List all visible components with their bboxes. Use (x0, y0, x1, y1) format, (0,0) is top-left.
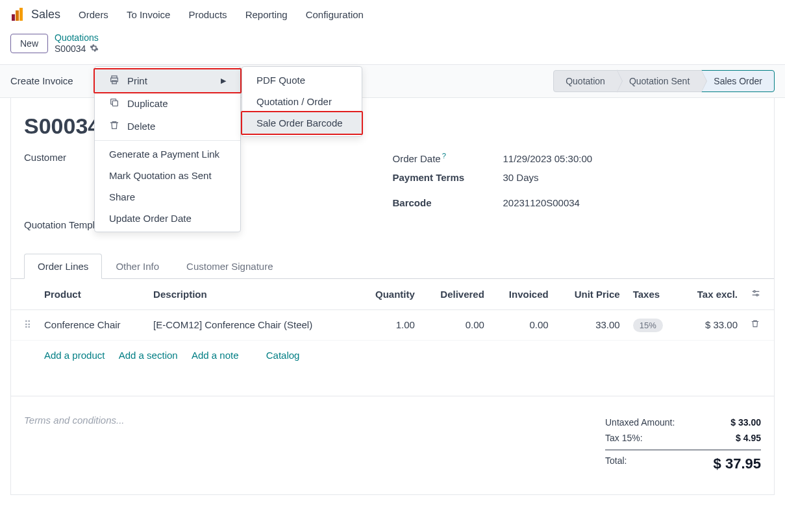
chevron-right-icon: ▶ (221, 77, 226, 85)
print-submenu: PDF Quote Quotation / Order Sale Order B… (242, 66, 362, 137)
nav-configuration[interactable]: Configuration (306, 9, 364, 20)
cell-tax-excl: $ 33.00 (679, 309, 744, 340)
sales-icon (10, 6, 26, 22)
add-note-link[interactable]: Add a note (192, 350, 239, 361)
breadcrumb-bar: New Quotations S00034 (0, 29, 785, 64)
svg-point-6 (756, 294, 758, 296)
totals: Untaxed Amount: $ 33.00 Tax 15%: $ 4.95 … (605, 415, 761, 475)
nav-reporting[interactable]: Reporting (245, 9, 288, 20)
breadcrumb-parent[interactable]: Quotations (55, 32, 99, 43)
value-payment-terms[interactable]: 30 Days (503, 172, 539, 183)
order-lines-table: Product Description Quantity Delivered I… (11, 279, 774, 370)
add-row: Add a product Add a section Add a note C… (11, 340, 774, 370)
col-description: Description (147, 279, 357, 310)
cell-quantity[interactable]: 1.00 (357, 309, 421, 340)
total-value: $ 37.95 (703, 455, 761, 472)
menu-share[interactable]: Share (95, 186, 240, 208)
new-button[interactable]: New (10, 34, 48, 53)
value-barcode[interactable]: 20231120S00034 (503, 197, 580, 208)
nav-products[interactable]: Products (188, 9, 227, 20)
delete-row-icon[interactable] (744, 309, 774, 340)
app-logo[interactable]: Sales (10, 6, 60, 22)
svg-rect-2 (19, 8, 23, 21)
menu-update-date[interactable]: Update Order Date (95, 208, 240, 229)
columns-settings-icon[interactable] (744, 279, 774, 310)
print-icon (109, 75, 119, 87)
menu-print[interactable]: Print ▶ (93, 68, 242, 93)
top-navigation: Sales Orders To Invoice Products Reporti… (0, 0, 785, 29)
table-row[interactable]: ⠿ Conference Chair [E-COM12] Conference … (11, 309, 774, 340)
catalog-link[interactable]: Catalog (266, 350, 300, 361)
untaxed-label: Untaxed Amount: (605, 417, 675, 428)
col-product: Product (38, 279, 147, 310)
gear-icon[interactable] (90, 43, 99, 55)
col-invoiced: Invoiced (491, 279, 555, 310)
svg-rect-0 (12, 14, 15, 21)
value-order-date[interactable]: 11/29/2023 05:30:00 (503, 153, 593, 164)
gear-dropdown: Print ▶ Duplicate Delete Generate a Paym… (94, 66, 241, 232)
nav-orders[interactable]: Orders (79, 9, 108, 20)
tab-customer-signature[interactable]: Customer Signature (173, 254, 286, 279)
add-product-link[interactable]: Add a product (44, 350, 105, 361)
status-quotation[interactable]: Quotation (553, 70, 617, 92)
svg-rect-1 (16, 10, 19, 21)
menu-pdf-quote[interactable]: PDF Quote (242, 69, 362, 91)
menu-delete[interactable]: Delete (95, 115, 240, 138)
status-pills: Quotation Quotation Sent Sales Order (554, 70, 775, 92)
svg-point-5 (754, 291, 756, 293)
tab-order-lines[interactable]: Order Lines (24, 254, 102, 279)
tax-value: $ 4.95 (703, 433, 761, 443)
copy-icon (109, 97, 119, 110)
add-section-link[interactable]: Add a section (119, 350, 178, 361)
label-order-date: Order Date? (393, 152, 503, 164)
col-quantity: Quantity (357, 279, 421, 310)
menu-sale-order-barcode[interactable]: Sale Order Barcode (241, 111, 363, 135)
label-payment-terms: Payment Terms (393, 172, 503, 183)
app-name: Sales (31, 8, 60, 21)
help-icon[interactable]: ? (442, 152, 446, 160)
create-invoice-button[interactable]: Create Invoice (10, 73, 73, 89)
nav-to-invoice[interactable]: To Invoice (127, 9, 171, 20)
menu-quotation-order[interactable]: Quotation / Order (242, 91, 362, 112)
menu-mark-sent[interactable]: Mark Quotation as Sent (95, 165, 240, 186)
breadcrumb-current: S00034 (55, 43, 99, 55)
col-unit-price: Unit Price (555, 279, 627, 310)
col-tax-excl: Tax excl. (679, 279, 744, 310)
status-quotation-sent[interactable]: Quotation Sent (617, 70, 702, 92)
tabs: Order Lines Other Info Customer Signatur… (11, 254, 774, 279)
tab-other-info[interactable]: Other Info (102, 254, 173, 279)
label-barcode: Barcode (393, 197, 503, 208)
col-taxes: Taxes (627, 279, 679, 310)
status-sales-order[interactable]: Sales Order (701, 70, 775, 92)
cell-delivered[interactable]: 0.00 (421, 309, 491, 340)
drag-handle-icon[interactable]: ⠿ (11, 309, 38, 340)
svg-rect-10 (112, 101, 118, 106)
cell-unit-price[interactable]: 33.00 (555, 309, 627, 340)
col-delivered: Delivered (421, 279, 491, 310)
cell-product[interactable]: Conference Chair (38, 309, 147, 340)
total-label: Total: (605, 455, 627, 472)
untaxed-value: $ 33.00 (703, 417, 761, 428)
terms-input[interactable]: Terms and conditions... (24, 415, 125, 475)
cell-invoiced[interactable]: 0.00 (491, 309, 555, 340)
trash-icon (109, 120, 119, 132)
tax-label: Tax 15%: (605, 433, 643, 443)
cell-description[interactable]: [E-COM12] Conference Chair (Steel) (147, 309, 357, 340)
menu-duplicate[interactable]: Duplicate (95, 92, 240, 115)
cell-taxes[interactable]: 15% (627, 309, 679, 340)
menu-payment-link[interactable]: Generate a Payment Link (95, 143, 240, 165)
